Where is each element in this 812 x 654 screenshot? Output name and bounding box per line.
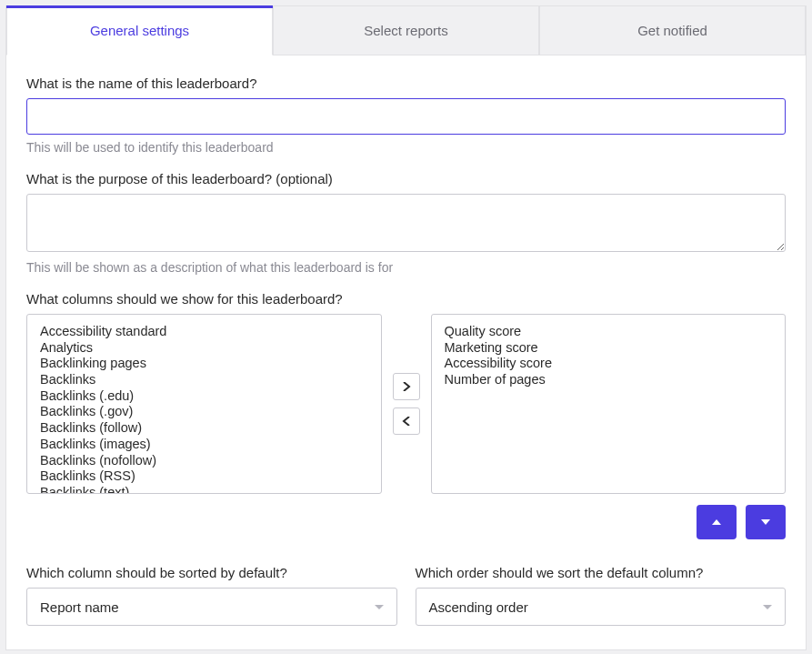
name-label: What is the name of this leaderboard?	[26, 75, 786, 91]
selected-columns-list[interactable]: Quality scoreMarketing scoreAccessibilit…	[431, 314, 787, 494]
caret-down-icon	[763, 605, 772, 609]
tab-select-reports[interactable]: Select reports	[273, 5, 539, 55]
move-right-button[interactable]	[393, 373, 420, 400]
list-item[interactable]: Backlinks (.edu)	[40, 388, 368, 405]
tab-label: Get notified	[637, 23, 707, 38]
reorder-buttons	[26, 505, 786, 539]
leaderboard-purpose-textarea[interactable]	[26, 194, 786, 252]
transfer-buttons	[393, 314, 420, 494]
sort-column-select[interactable]: Report name	[26, 588, 397, 626]
columns-label: What columns should we show for this lea…	[26, 291, 786, 307]
tab-label: Select reports	[364, 23, 448, 38]
list-item[interactable]: Backlinks (text)	[40, 485, 368, 494]
list-item[interactable]: Accessibility standard	[40, 324, 368, 340]
settings-panel: General settings Select reports Get noti…	[5, 5, 807, 650]
list-item[interactable]: Analytics	[40, 340, 368, 357]
chevron-right-icon	[402, 382, 411, 391]
list-item[interactable]: Number of pages	[445, 372, 773, 388]
sort-row: Which column should be sorted by default…	[26, 565, 786, 626]
sort-column-label: Which column should be sorted by default…	[26, 565, 397, 580]
caret-down-icon	[375, 605, 384, 609]
list-item[interactable]: Backlinking pages	[40, 356, 368, 372]
list-item[interactable]: Backlinks (nofollow)	[40, 453, 368, 469]
tab-bar: General settings Select reports Get noti…	[6, 5, 806, 55]
sort-column-value: Report name	[40, 599, 119, 615]
move-up-button[interactable]	[697, 505, 737, 539]
tab-general-settings[interactable]: General settings	[6, 5, 273, 55]
move-down-button[interactable]	[746, 505, 786, 539]
list-item[interactable]: Backlinks (.gov)	[40, 404, 368, 420]
available-columns-list[interactable]: Accessibility standardAnalyticsBacklinki…	[26, 314, 382, 494]
triangle-down-icon	[761, 519, 770, 525]
list-item[interactable]: Accessibility score	[445, 356, 773, 372]
sort-order-select[interactable]: Ascending order	[416, 588, 787, 626]
sort-order-value: Ascending order	[429, 599, 528, 615]
chevron-left-icon	[402, 417, 411, 426]
list-item[interactable]: Backlinks	[40, 372, 368, 388]
columns-transfer: Accessibility standardAnalyticsBacklinki…	[26, 314, 786, 494]
move-left-button[interactable]	[393, 407, 420, 435]
list-item[interactable]: Backlinks (RSS)	[40, 468, 368, 485]
purpose-label: What is the purpose of this leaderboard?…	[26, 171, 786, 186]
name-helper: This will be used to identify this leade…	[26, 140, 786, 155]
purpose-helper: This will be shown as a description of w…	[26, 260, 786, 275]
leaderboard-name-input[interactable]	[26, 98, 786, 135]
tab-label: General settings	[90, 23, 189, 38]
tab-get-notified[interactable]: Get notified	[539, 5, 806, 55]
list-item[interactable]: Quality score	[445, 324, 773, 340]
list-item[interactable]: Backlinks (images)	[40, 437, 368, 453]
list-item[interactable]: Backlinks (follow)	[40, 420, 368, 437]
list-item[interactable]: Marketing score	[445, 340, 773, 357]
panel-body: What is the name of this leaderboard? Th…	[6, 55, 806, 649]
sort-order-label: Which order should we sort the default c…	[416, 565, 787, 580]
triangle-up-icon	[712, 519, 721, 525]
